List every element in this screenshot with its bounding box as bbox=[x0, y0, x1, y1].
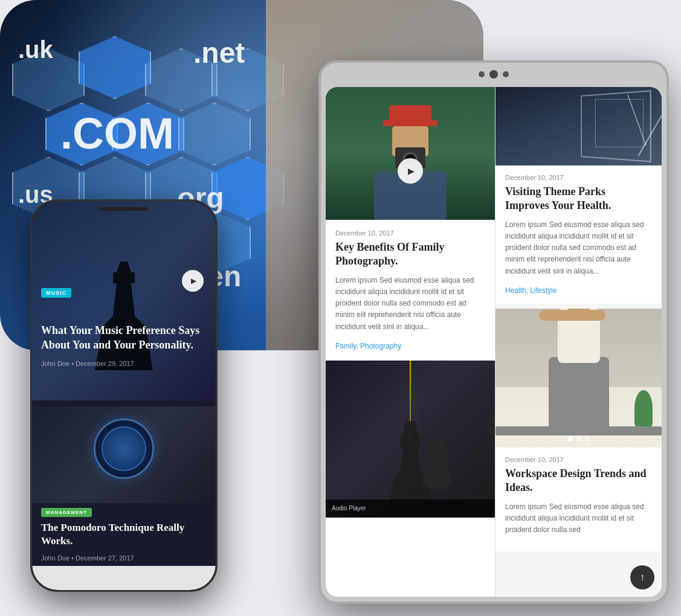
tablet-art1-image bbox=[326, 87, 495, 220]
tablet-screen: December 10, 2017 Key Benefits Of Family… bbox=[326, 87, 662, 597]
right-art1-date: December 10, 2017 bbox=[505, 174, 652, 181]
right-art2-date: December 10, 2017 bbox=[505, 456, 652, 463]
right-art1-tags-link[interactable]: Health, Lifestyle bbox=[505, 286, 557, 295]
desk bbox=[495, 426, 662, 435]
art1-date: December 10, 2017 bbox=[335, 229, 485, 237]
right-art1-title: Visiting Theme Parks Improves Your Healt… bbox=[505, 185, 652, 213]
tablet-art1-content: December 10, 2017 Key Benefits Of Family… bbox=[326, 220, 495, 361]
dot-3[interactable] bbox=[585, 437, 590, 441]
domain-com: .COM bbox=[60, 109, 174, 158]
plant bbox=[634, 390, 653, 426]
dot-2[interactable] bbox=[576, 437, 581, 441]
tablet-right-art2: December 10, 2017 Workspace Design Trend… bbox=[495, 309, 662, 551]
phone-article-2: MANAGEMENT The Pomodoro Technique Really… bbox=[32, 406, 216, 588]
right-art2-excerpt: Lorem ipsum Sed eiusmod esse aliqua sed … bbox=[505, 501, 652, 536]
tablet-right-art1-image bbox=[495, 87, 662, 165]
tablet-article-1: December 10, 2017 Key Benefits Of Family… bbox=[326, 87, 495, 361]
phone-art2-meta: John Doe • December 27, 2017 bbox=[41, 554, 134, 562]
chair-back bbox=[549, 357, 609, 429]
phone-notch bbox=[100, 207, 148, 211]
audio-player-label: Audio Player bbox=[332, 505, 366, 512]
audio-player-bar: Audio Player bbox=[326, 499, 495, 518]
tablet-article-2: Audio Player bbox=[326, 361, 495, 518]
tablet-right-column: December 10, 2017 Visiting Theme Parks I… bbox=[495, 87, 662, 597]
dot-1[interactable] bbox=[568, 437, 573, 441]
camera-dot-1 bbox=[479, 71, 485, 77]
carousel-dots bbox=[568, 437, 590, 441]
phone-screen: MUSIC What Your Music Preference Says Ab… bbox=[32, 201, 216, 590]
art1-excerpt: Lorem ipsum Sed eiusmod esse aliqua sed … bbox=[335, 275, 485, 333]
right-art2-title: Workspace Design Trends and Ideas. bbox=[505, 467, 652, 495]
hex-7 bbox=[178, 103, 251, 165]
tablet-camera bbox=[479, 70, 509, 79]
music-badge: MUSIC bbox=[41, 288, 71, 298]
tablet-right-art2-image bbox=[495, 309, 662, 448]
right-art1-excerpt: Lorem ipsum Sed eiusmod esse aliqua sed … bbox=[505, 219, 652, 277]
art1-title: Key Benefits Of Family Photography. bbox=[335, 240, 485, 269]
right-art1-tags[interactable]: Health, Lifestyle bbox=[505, 284, 652, 295]
phone-mockup: MUSIC What Your Music Preference Says Ab… bbox=[30, 199, 218, 592]
domain-net: .net bbox=[193, 36, 245, 69]
art1-tags[interactable]: Family, Photography bbox=[335, 340, 485, 351]
building-frame-2 bbox=[595, 99, 644, 147]
tablet-art2-image: Audio Player bbox=[326, 361, 495, 518]
phone-art1-meta: John Doe • December 29, 2017 bbox=[41, 360, 134, 367]
play-button-1[interactable] bbox=[182, 270, 204, 292]
hex-2 bbox=[79, 36, 151, 99]
hat-brim bbox=[383, 120, 437, 126]
scroll-top-icon: ↑ bbox=[640, 572, 645, 583]
phone-art1-image bbox=[32, 201, 216, 400]
watch-graphic bbox=[94, 419, 154, 479]
domain-uk: .uk bbox=[18, 36, 53, 63]
management-badge: MANAGEMENT bbox=[41, 508, 92, 517]
red-hat bbox=[389, 105, 431, 122]
art1-tags-link[interactable]: Family, Photography bbox=[335, 342, 401, 350]
camera-dot-3 bbox=[503, 71, 509, 77]
phone-bottom-bar bbox=[32, 566, 216, 590]
tablet-right-art1: December 10, 2017 Visiting Theme Parks I… bbox=[495, 87, 662, 304]
camera-dot-2 bbox=[489, 70, 498, 79]
tablet-left-column: December 10, 2017 Key Benefits Of Family… bbox=[326, 87, 495, 597]
phone-art2-image bbox=[32, 406, 216, 503]
play-button-tablet[interactable] bbox=[398, 158, 423, 184]
phone-art1-title: What Your Music Preference Says About Yo… bbox=[41, 324, 207, 352]
tablet-right-art1-content: December 10, 2017 Visiting Theme Parks I… bbox=[495, 165, 662, 304]
tablet-mockup: December 10, 2017 Key Benefits Of Family… bbox=[318, 60, 669, 604]
tablet-right-art2-content: December 10, 2017 Workspace Design Trend… bbox=[495, 448, 662, 551]
scroll-top-button[interactable]: ↑ bbox=[630, 565, 654, 589]
phone-art2-title: The Pomodoro Technique Really Works. bbox=[41, 521, 207, 548]
phone-article-1: MUSIC What Your Music Preference Says Ab… bbox=[32, 201, 216, 400]
